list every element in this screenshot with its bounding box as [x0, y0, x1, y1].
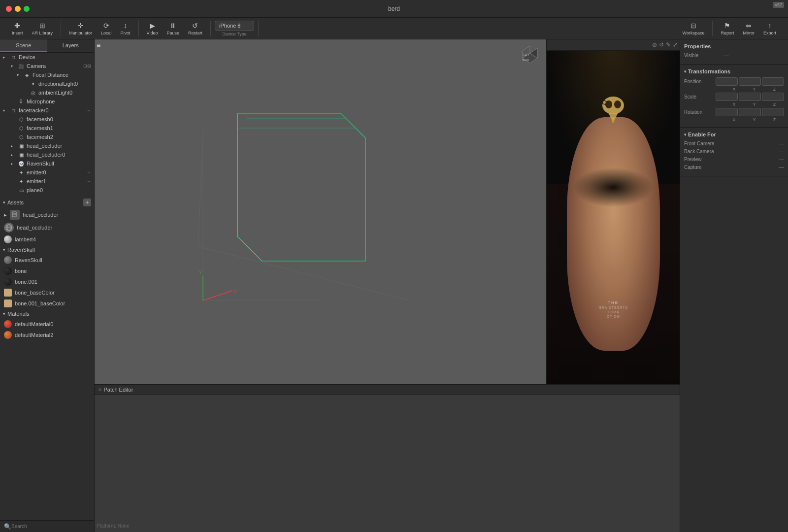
close-button[interactable] — [6, 6, 12, 12]
head-occluder0-icon: ▣ — [18, 151, 25, 158]
position-inputs — [716, 77, 784, 86]
mirror-button[interactable]: ⇔ Mirror — [739, 21, 758, 36]
enable-for-title: ▾ Enable For — [684, 132, 784, 137]
file-icon — [10, 210, 20, 220]
scale-x-input[interactable] — [716, 93, 738, 101]
tree-item-camera[interactable]: ▾ 🎥 Camera ⊡⊞ — [0, 62, 94, 70]
local-button[interactable]: ⟳ Local — [97, 21, 116, 36]
bone-basecolor-icon — [4, 289, 12, 297]
manipulator-icon: ✛ — [78, 22, 84, 30]
rotation-x-input[interactable] — [716, 108, 738, 116]
workspace-icon: ⊟ — [690, 22, 696, 30]
lambert-icon — [4, 235, 12, 243]
scale-y-input[interactable] — [739, 93, 761, 101]
raven-skull-overlay — [587, 67, 640, 151]
tree-item-focal-distance[interactable]: ▾ ◈ Focal Distance — [0, 70, 94, 79]
toolbar-playback-group: ▶ Video ⏸ Pause ↺ Restart — [139, 21, 211, 36]
tree-item-facemesh2[interactable]: ⬡ facemesh2 — [0, 133, 94, 141]
workspace-button[interactable]: ⊟ Workspace — [679, 21, 709, 36]
tree-item-ambient-light[interactable]: ◎ ambientLight0 — [0, 88, 94, 97]
report-button[interactable]: ⚑ Report — [717, 21, 738, 36]
asset-bone001-basecolor[interactable]: bone.001_baseColor — [0, 298, 94, 309]
asset-head-occluder-file[interactable]: ▸ head_occluder — [0, 208, 94, 221]
position-z-input[interactable] — [762, 77, 784, 86]
ambient-light-icon: ◎ — [30, 89, 36, 96]
asset-bone-001[interactable]: bone.001 — [0, 276, 94, 287]
raven-skull-svg — [596, 96, 630, 123]
ar-library-icon: ⊞ — [39, 22, 45, 30]
chevron-icon: ▾ — [3, 311, 5, 316]
tree-item-head-occluder0[interactable]: ▸ ▣ head_occluder0 — [0, 150, 94, 159]
viewport-cube[interactable]: BACK LEFT — [518, 43, 542, 68]
position-y-input[interactable] — [739, 77, 761, 86]
tree-item-facetracker[interactable]: ▾ □ facetracker0 ↔ — [0, 106, 94, 115]
asset-ravenskull-mesh[interactable]: RavenSkull — [0, 255, 94, 266]
mirror-icon: ⇔ — [746, 22, 752, 30]
pause-button[interactable]: ⏸ Pause — [163, 21, 183, 36]
chevron-icon: ▸ — [11, 144, 16, 148]
viewport-area: ≡ — [95, 39, 680, 384]
tree-item-plane0[interactable]: ▭ plane0 — [0, 186, 94, 195]
asset-bone-basecolor[interactable]: bone_baseColor — [0, 287, 94, 298]
tree-item-emitter0[interactable]: ✦ emitter0 ↔ — [0, 168, 94, 177]
app-title: berd — [388, 5, 400, 12]
scale-z-input[interactable] — [762, 93, 784, 101]
asset-default-material0[interactable]: defaultMaterial0 — [0, 319, 94, 330]
svg-line-7 — [198, 138, 203, 246]
patch-editor-menu-icon[interactable]: ≡ — [98, 387, 101, 393]
add-asset-button[interactable]: + — [83, 199, 91, 206]
eye-makeup — [573, 167, 653, 207]
scale-row: Scale — [684, 93, 784, 101]
insert-button[interactable]: ✚ Insert — [8, 21, 27, 36]
preview-icon3[interactable]: ✎ — [666, 41, 671, 48]
panel-tabs: Scene Layers — [0, 39, 94, 53]
export-button[interactable]: ↑ Export — [759, 21, 780, 36]
patch-wires — [95, 395, 680, 531]
rotation-y-input[interactable] — [739, 108, 761, 116]
asset-head-occluder-mesh[interactable]: head_occluder — [0, 221, 94, 234]
video-button[interactable]: ▶ Video — [143, 21, 162, 36]
chevron-icon: ▸ — [11, 153, 16, 157]
tree-item-emitter1[interactable]: ✦ emitter1 ↔ — [0, 177, 94, 186]
title-bar: berd v57 — [0, 0, 788, 18]
ar-library-button[interactable]: ⊞ AR Library — [28, 21, 57, 36]
svg-point-27 — [614, 100, 621, 108]
device-type-select[interactable]: iPhone 8 iPhone 11 iPhone 12 — [215, 21, 254, 31]
platform-status: Platform: None — [97, 523, 130, 529]
restart-button[interactable]: ↺ Restart — [184, 21, 206, 36]
front-camera-row: Front Camera — — [684, 140, 784, 146]
chevron-icon: ▾ — [11, 64, 16, 68]
preview-expand-icon[interactable]: ⤢ — [673, 41, 678, 48]
scene-tree: ▸ □ Device ▾ 🎥 Camera ⊡⊞ ▾ ◈ Focal Dista… — [0, 53, 94, 520]
rotation-inputs — [716, 108, 784, 116]
maximize-button[interactable] — [24, 6, 30, 12]
tree-item-device[interactable]: ▸ □ Device — [0, 53, 94, 62]
toolbar-workspace-group: ⊟ Workspace — [675, 21, 713, 36]
position-x-input[interactable] — [716, 77, 738, 86]
tab-scene[interactable]: Scene — [0, 39, 47, 52]
tree-item-head-occluder[interactable]: ▸ ▣ head_occluder — [0, 141, 94, 150]
svg-text:LEFT: LEFT — [524, 53, 529, 56]
tree-item-microphone[interactable]: 🎙 Microphone — [0, 97, 94, 106]
preview-icon2[interactable]: ↺ — [659, 41, 664, 48]
device-type-group: iPhone 8 iPhone 11 iPhone 12 Device Type — [215, 21, 254, 36]
tab-layers[interactable]: Layers — [47, 39, 95, 52]
asset-lambert4[interactable]: lambert4 — [0, 234, 94, 245]
head-occluder-icon: ▣ — [18, 142, 25, 149]
asset-bone[interactable]: bone — [0, 266, 94, 276]
face-preview: THE STREETS ARE AND I GO TO — [547, 51, 680, 384]
preview-icon1[interactable]: ⊘ — [652, 41, 657, 48]
viewport-3d[interactable]: ≡ — [95, 39, 547, 384]
tree-item-facemesh0[interactable]: ⬡ facemesh0 — [0, 115, 94, 124]
asset-default-material2[interactable]: defaultMaterial2 — [0, 330, 94, 340]
tree-item-facemesh1[interactable]: ⬡ facemesh1 — [0, 124, 94, 133]
microphone-icon: 🎙 — [18, 98, 25, 105]
assets-chevron: ▾ — [3, 200, 5, 205]
tree-item-ravenskull[interactable]: ▸ 💀 RavenSkull — [0, 159, 94, 168]
pivot-button[interactable]: ↕ Pivot — [117, 21, 134, 36]
rotation-z-input[interactable] — [762, 108, 784, 116]
tree-item-directional-light[interactable]: ✦ directionalLight0 — [0, 79, 94, 88]
manipulator-button[interactable]: ✛ Manipulator — [65, 21, 96, 36]
search-input[interactable] — [11, 524, 90, 529]
minimize-button[interactable] — [15, 6, 21, 12]
